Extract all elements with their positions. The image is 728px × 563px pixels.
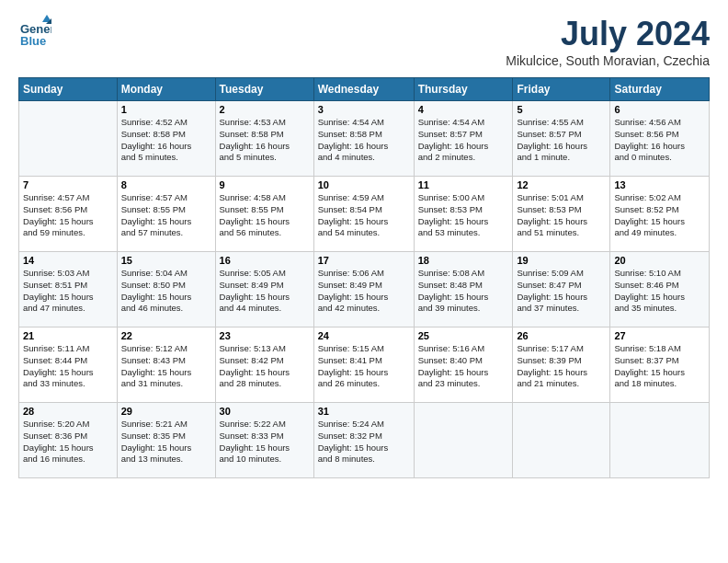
logo: General Blue [18, 15, 55, 48]
day-info: Sunrise: 5:01 AM Sunset: 8:53 PM Dayligh… [517, 192, 606, 239]
calendar-cell: 18Sunrise: 5:08 AM Sunset: 8:48 PM Dayli… [414, 252, 513, 327]
day-number: 16 [220, 255, 310, 266]
calendar-cell: 26Sunrise: 5:17 AM Sunset: 8:39 PM Dayli… [513, 327, 610, 403]
day-info: Sunrise: 5:04 AM Sunset: 8:50 PM Dayligh… [121, 268, 211, 315]
day-number: 12 [517, 179, 606, 190]
calendar-cell: 21Sunrise: 5:11 AM Sunset: 8:44 PM Dayli… [19, 327, 118, 403]
day-number: 18 [418, 255, 509, 266]
day-number: 25 [418, 330, 509, 341]
col-monday: Monday [117, 78, 215, 101]
day-info: Sunrise: 4:52 AM Sunset: 8:58 PM Dayligh… [121, 117, 211, 164]
calendar-week-1: 1Sunrise: 4:52 AM Sunset: 8:58 PM Daylig… [19, 101, 710, 177]
calendar-cell: 25Sunrise: 5:16 AM Sunset: 8:40 PM Dayli… [414, 327, 513, 403]
day-info: Sunrise: 4:57 AM Sunset: 8:56 PM Dayligh… [23, 192, 113, 239]
day-number: 20 [614, 255, 705, 266]
calendar-cell: 6Sunrise: 4:56 AM Sunset: 8:56 PM Daylig… [610, 101, 710, 177]
calendar-container: General Blue July 2024 Mikulcice, South … [0, 0, 728, 488]
calendar-cell: 31Sunrise: 5:24 AM Sunset: 8:32 PM Dayli… [313, 403, 414, 478]
month-title: July 2024 [506, 15, 710, 53]
title-block: July 2024 Mikulcice, South Moravian, Cze… [506, 15, 710, 68]
day-info: Sunrise: 4:54 AM Sunset: 8:57 PM Dayligh… [418, 117, 509, 164]
day-number: 8 [121, 179, 211, 190]
calendar-header: General Blue July 2024 Mikulcice, South … [18, 15, 710, 68]
day-number: 21 [23, 330, 113, 341]
day-info: Sunrise: 5:18 AM Sunset: 8:37 PM Dayligh… [614, 343, 705, 390]
calendar-cell: 19Sunrise: 5:09 AM Sunset: 8:47 PM Dayli… [513, 252, 610, 327]
day-number: 7 [23, 179, 113, 190]
calendar-cell: 20Sunrise: 5:10 AM Sunset: 8:46 PM Dayli… [610, 252, 710, 327]
calendar-week-3: 14Sunrise: 5:03 AM Sunset: 8:51 PM Dayli… [19, 252, 710, 327]
day-info: Sunrise: 4:59 AM Sunset: 8:54 PM Dayligh… [318, 192, 410, 239]
calendar-week-2: 7Sunrise: 4:57 AM Sunset: 8:56 PM Daylig… [19, 177, 710, 252]
calendar-week-5: 28Sunrise: 5:20 AM Sunset: 8:36 PM Dayli… [19, 403, 710, 478]
day-info: Sunrise: 5:11 AM Sunset: 8:44 PM Dayligh… [23, 343, 113, 390]
day-number: 23 [220, 330, 310, 341]
day-number: 3 [318, 104, 410, 115]
calendar-cell: 28Sunrise: 5:20 AM Sunset: 8:36 PM Dayli… [19, 403, 118, 478]
day-info: Sunrise: 5:24 AM Sunset: 8:32 PM Dayligh… [318, 419, 410, 465]
day-number: 26 [517, 330, 606, 341]
day-number: 6 [614, 104, 705, 115]
calendar-cell [610, 403, 710, 478]
day-info: Sunrise: 5:08 AM Sunset: 8:48 PM Dayligh… [418, 268, 509, 315]
day-number: 13 [614, 179, 705, 190]
calendar-cell: 24Sunrise: 5:15 AM Sunset: 8:41 PM Dayli… [313, 327, 414, 403]
calendar-cell: 2Sunrise: 4:53 AM Sunset: 8:58 PM Daylig… [215, 101, 313, 177]
day-info: Sunrise: 4:58 AM Sunset: 8:55 PM Dayligh… [220, 192, 310, 239]
day-info: Sunrise: 5:13 AM Sunset: 8:42 PM Dayligh… [220, 343, 310, 390]
day-number: 5 [517, 104, 606, 115]
col-friday: Friday [513, 78, 610, 101]
day-number: 28 [23, 406, 113, 417]
calendar-cell [414, 403, 513, 478]
day-info: Sunrise: 4:53 AM Sunset: 8:58 PM Dayligh… [220, 117, 310, 164]
calendar-cell: 27Sunrise: 5:18 AM Sunset: 8:37 PM Dayli… [610, 327, 710, 403]
day-info: Sunrise: 5:05 AM Sunset: 8:49 PM Dayligh… [220, 268, 310, 315]
calendar-cell [19, 101, 118, 177]
day-info: Sunrise: 5:00 AM Sunset: 8:53 PM Dayligh… [418, 192, 509, 239]
day-info: Sunrise: 5:21 AM Sunset: 8:35 PM Dayligh… [121, 419, 211, 465]
day-info: Sunrise: 5:09 AM Sunset: 8:47 PM Dayligh… [517, 268, 606, 315]
header-row: Sunday Monday Tuesday Wednesday Thursday… [19, 78, 710, 101]
day-info: Sunrise: 5:20 AM Sunset: 8:36 PM Dayligh… [23, 419, 113, 465]
day-info: Sunrise: 5:06 AM Sunset: 8:49 PM Dayligh… [318, 268, 410, 315]
calendar-cell: 30Sunrise: 5:22 AM Sunset: 8:33 PM Dayli… [215, 403, 313, 478]
calendar-cell: 17Sunrise: 5:06 AM Sunset: 8:49 PM Dayli… [313, 252, 414, 327]
calendar-cell: 15Sunrise: 5:04 AM Sunset: 8:50 PM Dayli… [117, 252, 215, 327]
calendar-table: Sunday Monday Tuesday Wednesday Thursday… [18, 77, 710, 478]
col-saturday: Saturday [610, 78, 710, 101]
calendar-cell: 10Sunrise: 4:59 AM Sunset: 8:54 PM Dayli… [313, 177, 414, 252]
calendar-cell: 7Sunrise: 4:57 AM Sunset: 8:56 PM Daylig… [19, 177, 118, 252]
day-info: Sunrise: 4:54 AM Sunset: 8:58 PM Dayligh… [318, 117, 410, 164]
calendar-cell: 11Sunrise: 5:00 AM Sunset: 8:53 PM Dayli… [414, 177, 513, 252]
calendar-cell: 29Sunrise: 5:21 AM Sunset: 8:35 PM Dayli… [117, 403, 215, 478]
day-info: Sunrise: 4:55 AM Sunset: 8:57 PM Dayligh… [517, 117, 606, 164]
calendar-cell: 16Sunrise: 5:05 AM Sunset: 8:49 PM Dayli… [215, 252, 313, 327]
day-number: 29 [121, 406, 211, 417]
day-info: Sunrise: 5:02 AM Sunset: 8:52 PM Dayligh… [614, 192, 705, 239]
day-number: 17 [318, 255, 410, 266]
calendar-cell: 1Sunrise: 4:52 AM Sunset: 8:58 PM Daylig… [117, 101, 215, 177]
calendar-cell: 5Sunrise: 4:55 AM Sunset: 8:57 PM Daylig… [513, 101, 610, 177]
day-number: 30 [220, 406, 310, 417]
day-number: 11 [418, 179, 509, 190]
calendar-cell: 4Sunrise: 4:54 AM Sunset: 8:57 PM Daylig… [414, 101, 513, 177]
calendar-cell: 13Sunrise: 5:02 AM Sunset: 8:52 PM Dayli… [610, 177, 710, 252]
day-number: 19 [517, 255, 606, 266]
day-number: 27 [614, 330, 705, 341]
day-number: 2 [220, 104, 310, 115]
col-sunday: Sunday [19, 78, 118, 101]
calendar-cell: 3Sunrise: 4:54 AM Sunset: 8:58 PM Daylig… [313, 101, 414, 177]
day-info: Sunrise: 5:16 AM Sunset: 8:40 PM Dayligh… [418, 343, 509, 390]
logo-icon: General Blue [18, 15, 51, 48]
day-number: 14 [23, 255, 113, 266]
calendar-week-4: 21Sunrise: 5:11 AM Sunset: 8:44 PM Dayli… [19, 327, 710, 403]
day-info: Sunrise: 4:56 AM Sunset: 8:56 PM Dayligh… [614, 117, 705, 164]
day-info: Sunrise: 5:12 AM Sunset: 8:43 PM Dayligh… [121, 343, 211, 390]
day-info: Sunrise: 5:03 AM Sunset: 8:51 PM Dayligh… [23, 268, 113, 315]
day-number: 22 [121, 330, 211, 341]
day-number: 1 [121, 104, 211, 115]
day-info: Sunrise: 4:57 AM Sunset: 8:55 PM Dayligh… [121, 192, 211, 239]
col-thursday: Thursday [414, 78, 513, 101]
day-info: Sunrise: 5:15 AM Sunset: 8:41 PM Dayligh… [318, 343, 410, 390]
day-number: 9 [220, 179, 310, 190]
